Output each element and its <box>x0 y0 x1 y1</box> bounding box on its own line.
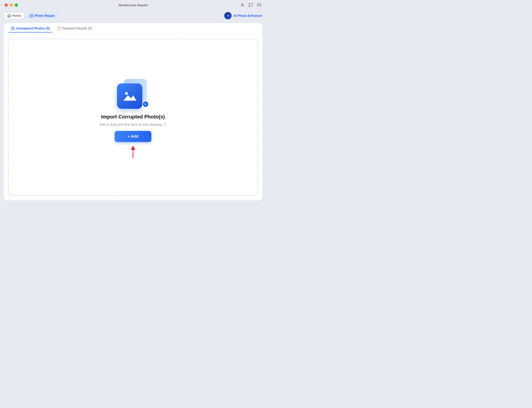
red-arrow <box>131 146 135 158</box>
svg-point-0 <box>242 3 243 5</box>
ai-enhancer-icon: AI <box>224 12 232 19</box>
add-button-label: + Add <box>128 134 139 139</box>
user-icon[interactable] <box>240 3 245 7</box>
nav-bar: Home Photo Repair AI AI Photo Enhancer <box>4 10 262 21</box>
add-button[interactable]: + Add <box>115 131 151 142</box>
chat-icon[interactable] <box>248 3 253 7</box>
arrow-indicator <box>131 146 135 158</box>
ai-enhancer-nav[interactable]: AI AI Photo Enhancer <box>224 12 262 19</box>
photo-illustration: + <box>117 76 149 109</box>
photo-repair-button[interactable]: Photo Repair <box>26 12 58 19</box>
import-subtitle-text: Add or drag and drop here to start repai… <box>100 123 162 126</box>
front-photo-svg <box>122 89 137 103</box>
arrow-line <box>133 150 133 158</box>
nav-left: Home Photo Repair <box>4 12 58 19</box>
content-card: Unrepaired Photos (0) Repaired Results (… <box>4 23 262 200</box>
info-icon[interactable]: i <box>163 123 166 126</box>
tab-unrepaired-label: Unrepaired Photos (0) <box>16 26 50 30</box>
ai-enhancer-label: AI Photo Enhancer <box>234 14 262 17</box>
plus-badge: + <box>142 101 149 107</box>
home-icon <box>7 14 11 17</box>
unrepaired-tab-icon <box>11 26 15 30</box>
svg-point-7 <box>125 92 128 95</box>
photo-repair-icon <box>29 14 33 18</box>
arrow-head <box>131 146 135 150</box>
home-label: Home <box>12 14 21 17</box>
maximize-button[interactable] <box>15 3 18 7</box>
tabs-bar: Unrepaired Photos (0) Repaired Results (… <box>4 23 262 34</box>
import-subtitle: Add or drag and drop here to start repai… <box>100 123 166 126</box>
title-bar-actions <box>240 3 262 7</box>
svg-marker-8 <box>123 95 136 101</box>
tab-unrepaired[interactable]: Unrepaired Photos (0) <box>8 25 52 33</box>
home-button[interactable]: Home <box>4 12 24 19</box>
tab-repaired[interactable]: Repaired Results (0) <box>54 25 95 33</box>
repaired-tab-icon <box>57 26 61 30</box>
svg-point-2 <box>30 15 31 15</box>
main-container: Home Photo Repair AI AI Photo Enhancer <box>0 10 266 204</box>
drop-zone[interactable]: + Import Corrupted Photo(s) Add or drag … <box>8 39 258 196</box>
headset-icon[interactable] <box>257 3 262 7</box>
window-title: Wondershare Repairit <box>118 3 148 7</box>
close-button[interactable] <box>5 3 8 7</box>
tab-repaired-label: Repaired Results (0) <box>62 26 92 30</box>
title-bar: Wondershare Repairit <box>0 0 266 10</box>
import-title: Import Corrupted Photo(s) <box>101 114 165 120</box>
svg-point-4 <box>12 28 13 28</box>
minimize-button[interactable] <box>10 3 13 7</box>
photo-repair-label: Photo Repair <box>35 14 55 17</box>
traffic-lights <box>5 3 18 7</box>
photo-icon-front <box>117 84 142 109</box>
